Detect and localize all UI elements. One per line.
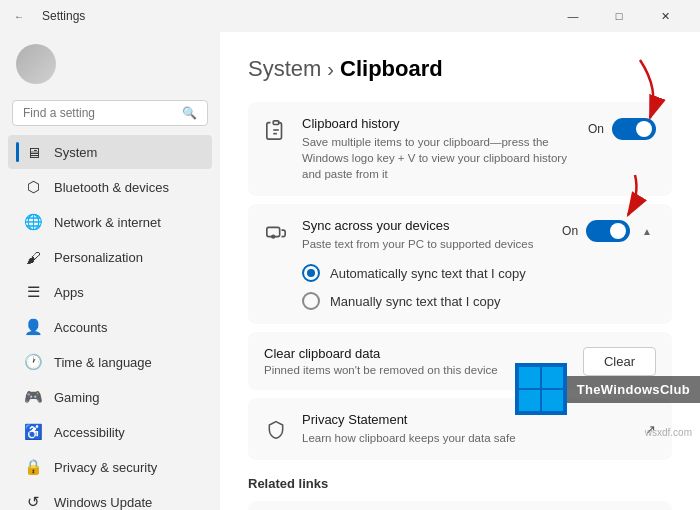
nav-icon-gaming: 🎮 xyxy=(24,388,42,406)
nav-icon-privacy: 🔒 xyxy=(24,458,42,476)
clear-clipboard-desc: Pinned items won't be removed on this de… xyxy=(264,364,498,376)
breadcrumb: System › Clipboard xyxy=(248,56,672,82)
search-box[interactable]: 🔍 xyxy=(12,100,208,126)
titlebar: ← Settings — □ ✕ xyxy=(0,0,700,32)
related-links-section: Related links Get help with clipboard xyxy=(248,476,672,510)
nav-label-time: Time & language xyxy=(54,355,152,370)
nav-icon-apps: ☰ xyxy=(24,283,42,301)
privacy-title: Privacy Statement xyxy=(302,412,516,427)
titlebar-title: Settings xyxy=(42,9,85,23)
nav-label-privacy: Privacy & security xyxy=(54,460,157,475)
sidebar-item-personalization[interactable]: 🖌 Personalization xyxy=(8,240,212,274)
clipboard-history-toggle[interactable] xyxy=(612,118,656,140)
sidebar-item-network[interactable]: 🌐 Network & internet xyxy=(8,205,212,239)
svg-point-4 xyxy=(272,235,275,238)
clear-clipboard-title: Clear clipboard data xyxy=(264,346,498,361)
back-button[interactable]: ← xyxy=(12,9,26,23)
clipboard-history-text: Clipboard history Save multiple items to… xyxy=(302,116,576,182)
user-area xyxy=(0,32,220,96)
sync-devices-toggle[interactable] xyxy=(586,220,630,242)
sync-devices-right: On ▲ xyxy=(562,220,656,242)
sidebar-item-gaming[interactable]: 🎮 Gaming xyxy=(8,380,212,414)
manual-sync-radio[interactable] xyxy=(302,292,320,310)
sidebar-item-time[interactable]: 🕐 Time & language xyxy=(8,345,212,379)
sidebar-item-accounts[interactable]: 👤 Accounts xyxy=(8,310,212,344)
sidebar-item-accessibility[interactable]: ♿ Accessibility xyxy=(8,415,212,449)
nav-label-personalization: Personalization xyxy=(54,250,143,265)
auto-sync-option[interactable]: Automatically sync text that I copy xyxy=(302,264,656,282)
manual-sync-option[interactable]: Manually sync text that I copy xyxy=(302,292,656,310)
nav-icon-network: 🌐 xyxy=(24,213,42,231)
sync-devices-icon xyxy=(264,220,288,244)
sidebar-item-apps[interactable]: ☰ Apps xyxy=(8,275,212,309)
privacy-desc: Learn how clipboard keeps your data safe xyxy=(302,430,516,446)
sync-devices-text: Sync across your devices Paste text from… xyxy=(302,218,533,252)
clipboard-history-title: Clipboard history xyxy=(302,116,576,131)
nav-icon-update: ↺ xyxy=(24,493,42,510)
search-input[interactable] xyxy=(23,106,176,120)
nav-label-gaming: Gaming xyxy=(54,390,100,405)
clipboard-history-card: Clipboard history Save multiple items to… xyxy=(248,102,672,196)
sync-devices-left: Sync across your devices Paste text from… xyxy=(264,218,533,252)
windows-logo-icon xyxy=(515,363,567,415)
auto-sync-radio[interactable] xyxy=(302,264,320,282)
nav-icon-system: 🖥 xyxy=(24,143,42,161)
nav-icon-bluetooth: ⬡ xyxy=(24,178,42,196)
related-links-title: Related links xyxy=(248,476,672,491)
window-controls: — □ ✕ xyxy=(550,0,688,32)
nav-label-network: Network & internet xyxy=(54,215,161,230)
privacy-icon xyxy=(264,418,288,442)
clipboard-history-left: Clipboard history Save multiple items to… xyxy=(264,116,576,182)
breadcrumb-current: Clipboard xyxy=(340,56,443,82)
avatar-image xyxy=(16,44,56,84)
sidebar-item-privacy[interactable]: 🔒 Privacy & security xyxy=(8,450,212,484)
sync-devices-title: Sync across your devices xyxy=(302,218,533,233)
content-area: System › Clipboard Clipbo xyxy=(220,32,700,510)
nav-label-accounts: Accounts xyxy=(54,320,107,335)
auto-sync-label: Automatically sync text that I copy xyxy=(330,266,526,281)
nav-list: 🖥 System ⬡ Bluetooth & devices 🌐 Network… xyxy=(0,134,220,510)
nav-label-bluetooth: Bluetooth & devices xyxy=(54,180,169,195)
sync-toggle-label: On xyxy=(562,224,578,238)
clipboard-history-desc: Save multiple items to your clipboard—pr… xyxy=(302,134,576,182)
watermark-site: wsxdf.com xyxy=(645,427,692,438)
sync-devices-row: Sync across your devices Paste text from… xyxy=(264,218,656,252)
toggle-knob xyxy=(636,121,652,137)
breadcrumb-parent: System xyxy=(248,56,321,82)
sync-options: Automatically sync text that I copy Manu… xyxy=(264,264,656,310)
app-body: 🔍 🖥 System ⬡ Bluetooth & devices 🌐 Netwo… xyxy=(0,32,700,510)
nav-icon-accessibility: ♿ xyxy=(24,423,42,441)
privacy-left: Privacy Statement Learn how clipboard ke… xyxy=(264,412,516,446)
search-icon: 🔍 xyxy=(182,106,197,120)
sidebar-item-update[interactable]: ↺ Windows Update xyxy=(8,485,212,510)
sidebar-item-system[interactable]: 🖥 System xyxy=(8,135,212,169)
nav-icon-personalization: 🖌 xyxy=(24,248,42,266)
manual-sync-label: Manually sync text that I copy xyxy=(330,294,501,309)
watermark-text: TheWindowsClub xyxy=(567,376,700,403)
privacy-text: Privacy Statement Learn how clipboard ke… xyxy=(302,412,516,446)
close-button[interactable]: ✕ xyxy=(642,0,688,32)
sync-expand-chevron[interactable]: ▲ xyxy=(638,222,656,241)
related-link-item[interactable]: Get help with clipboard xyxy=(248,501,672,510)
titlebar-nav: ← Settings xyxy=(12,9,85,23)
nav-label-system: System xyxy=(54,145,97,160)
nav-label-update: Windows Update xyxy=(54,495,152,510)
nav-label-apps: Apps xyxy=(54,285,84,300)
clipboard-history-row: Clipboard history Save multiple items to… xyxy=(264,116,656,182)
sync-devices-card: Sync across your devices Paste text from… xyxy=(248,204,672,324)
toggle-knob-2 xyxy=(610,223,626,239)
clipboard-history-right: On xyxy=(588,118,656,140)
sidebar: 🔍 🖥 System ⬡ Bluetooth & devices 🌐 Netwo… xyxy=(0,32,220,510)
nav-icon-time: 🕐 xyxy=(24,353,42,371)
minimize-button[interactable]: — xyxy=(550,0,596,32)
sync-devices-desc: Paste text from your PC to supported dev… xyxy=(302,236,533,252)
nav-label-accessibility: Accessibility xyxy=(54,425,125,440)
clipboard-history-toggle-label: On xyxy=(588,122,604,136)
avatar xyxy=(16,44,56,84)
maximize-button[interactable]: □ xyxy=(596,0,642,32)
sidebar-item-bluetooth[interactable]: ⬡ Bluetooth & devices xyxy=(8,170,212,204)
clear-clipboard-text: Clear clipboard data Pinned items won't … xyxy=(264,346,498,376)
clipboard-history-icon xyxy=(264,118,288,142)
nav-icon-accounts: 👤 xyxy=(24,318,42,336)
watermark: TheWindowsClub xyxy=(515,363,700,415)
